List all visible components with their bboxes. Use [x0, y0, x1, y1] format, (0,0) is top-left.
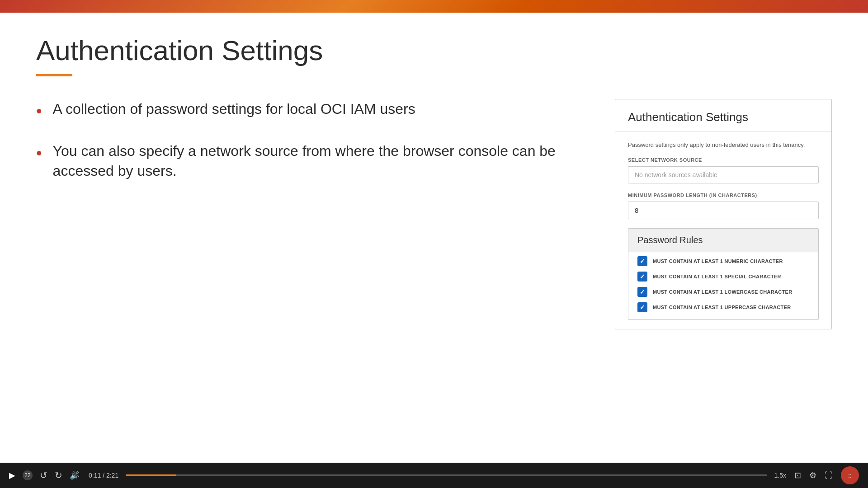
rule-label-2: MUST CONTAIN AT LEAST 1 SPECIAL CHARACTE…	[653, 274, 781, 279]
time-display: 0:11 / 2:21	[89, 472, 118, 479]
auth-panel-header: Authentication Settings	[615, 99, 831, 132]
fullscreen-button[interactable]: ⛶	[825, 471, 833, 480]
auth-description: Password settings only apply to non-fede…	[628, 141, 819, 149]
bullet-text-1: A collection of password settings for lo…	[53, 99, 415, 119]
playback-bar: ▶ 22 ↺ ↻ 🔊 0:11 / 2:21 1.5x ⊡ ⚙ ⛶ ::	[0, 463, 868, 488]
password-rules-header: Password Rules	[628, 229, 818, 252]
auth-settings-panel: Authentication Settings Password setting…	[615, 99, 832, 329]
menu-button[interactable]: ::	[841, 466, 859, 484]
bullet-section: • A collection of password settings for …	[36, 94, 588, 445]
volume-button[interactable]: 🔊	[70, 470, 80, 480]
captions-button[interactable]: ⊡	[794, 470, 801, 480]
rule-label-3: MUST CONTAIN AT LEAST 1 LOWERCASE CHARAC…	[653, 289, 792, 295]
checkbox-uppercase[interactable]	[637, 302, 647, 312]
password-rules-body: MUST CONTAIN AT LEAST 1 NUMERIC CHARACTE…	[628, 252, 818, 319]
rule-label-1: MUST CONTAIN AT LEAST 1 NUMERIC CHARACTE…	[653, 258, 783, 264]
content-row: • A collection of password settings for …	[36, 94, 832, 445]
auth-panel-body: Password settings only apply to non-fede…	[615, 132, 831, 329]
list-item: MUST CONTAIN AT LEAST 1 UPPERCASE CHARAC…	[637, 302, 809, 312]
top-banner	[0, 0, 868, 13]
menu-icon: ::	[848, 472, 852, 479]
network-source-label: SELECT NETWORK SOURCE	[628, 157, 819, 163]
bullet-dot-2: •	[36, 142, 42, 164]
network-source-placeholder: No network sources available	[635, 171, 717, 178]
list-item: MUST CONTAIN AT LEAST 1 SPECIAL CHARACTE…	[637, 272, 809, 282]
title-underline	[36, 74, 72, 76]
min-password-input[interactable]: 8	[628, 202, 819, 219]
password-rules-section: Password Rules MUST CONTAIN AT LEAST 1 N…	[628, 228, 819, 320]
bullet-dot-1: •	[36, 100, 42, 122]
bullet-text-2: You can also specify a network source fr…	[53, 141, 588, 182]
right-controls: 1.5x ⊡ ⚙ ⛶ ::	[774, 466, 859, 484]
min-password-value: 8	[635, 206, 638, 214]
auth-panel-title: Authentication Settings	[628, 110, 819, 124]
slide-content: Authentication Settings • A collection o…	[0, 13, 868, 463]
progress-bar[interactable]	[126, 474, 767, 476]
rewind-button[interactable]: ↺	[40, 470, 47, 481]
slide-number: 22	[23, 470, 33, 480]
progress-fill	[126, 474, 176, 476]
min-password-label: MINIMUM PASSWORD LENGTH (IN CHARACTERS)	[628, 192, 819, 198]
rule-label-4: MUST CONTAIN AT LEAST 1 UPPERCASE CHARAC…	[653, 305, 791, 310]
checkbox-numeric[interactable]	[637, 256, 647, 266]
network-source-input[interactable]: No network sources available	[628, 166, 819, 183]
list-item: • A collection of password settings for …	[36, 99, 588, 122]
settings-button[interactable]: ⚙	[809, 470, 816, 480]
slide-title: Authentication Settings	[36, 35, 832, 66]
list-item: MUST CONTAIN AT LEAST 1 LOWERCASE CHARAC…	[637, 287, 809, 297]
checkbox-lowercase[interactable]	[637, 287, 647, 297]
play-button[interactable]: ▶	[9, 470, 15, 480]
speed-control[interactable]: 1.5x	[774, 472, 786, 479]
forward-button[interactable]: ↻	[55, 470, 62, 481]
list-item: MUST CONTAIN AT LEAST 1 NUMERIC CHARACTE…	[637, 256, 809, 266]
checkbox-special[interactable]	[637, 272, 647, 282]
list-item: • You can also specify a network source …	[36, 141, 588, 182]
